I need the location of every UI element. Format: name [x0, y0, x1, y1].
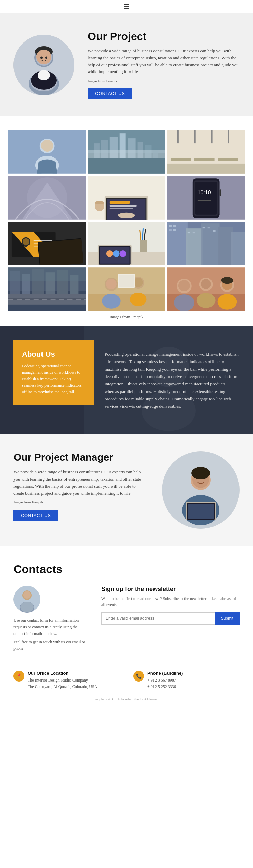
svg-point-108 [102, 294, 121, 309]
newsletter-submit-button[interactable]: Submit [215, 612, 240, 625]
svg-point-126 [221, 277, 233, 284]
manager-image [155, 451, 240, 529]
svg-rect-43 [110, 205, 137, 207]
svg-rect-90 [202, 227, 205, 228]
about-main-text: Podcasting operational change management… [105, 351, 240, 410]
svg-point-8 [45, 56, 47, 59]
svg-rect-25 [88, 150, 165, 158]
svg-rect-31 [211, 130, 212, 143]
hero-section: Our Project We provide a wide range of b… [0, 13, 253, 116]
svg-rect-89 [192, 232, 195, 233]
phone-content: Phone (Landline) + 912 3 567 8987 + 912 … [147, 671, 183, 690]
gallery-cell [167, 222, 245, 265]
freepik-link[interactable]: Freepik [106, 79, 117, 83]
contact-avatar [13, 586, 40, 613]
phone-title: Phone (Landline) [147, 671, 183, 676]
svg-rect-81 [201, 223, 219, 265]
gallery-cell [88, 176, 165, 220]
manager-title: Our Project Manager [13, 451, 142, 463]
hero-image [13, 35, 74, 95]
location-line2: The Courtyard, Al Quoz 1, Colorado, USA [28, 684, 97, 690]
svg-rect-32 [228, 130, 229, 143]
newsletter-title: Sign up for the newsletter [101, 586, 240, 593]
svg-rect-79 [167, 222, 188, 265]
svg-rect-53 [197, 198, 214, 198]
about-section: About Us Podcasting operational change m… [0, 326, 253, 434]
svg-text:10:10: 10:10 [197, 190, 211, 195]
svg-point-111 [130, 293, 147, 306]
about-left: About Us Podcasting operational change m… [0, 326, 94, 434]
svg-rect-88 [187, 232, 190, 233]
hamburger-icon[interactable]: ☰ [123, 3, 130, 11]
svg-rect-33 [171, 158, 191, 161]
svg-rect-92 [213, 230, 215, 232]
svg-point-6 [36, 50, 51, 64]
manager-content: Our Project Manager We provide a wide ra… [13, 451, 142, 521]
svg-point-109 [106, 279, 117, 289]
manager-section: Our Project Manager We provide a wide ra… [0, 434, 253, 546]
manager-photo [162, 451, 240, 529]
contacts-right: Sign up for the newsletter Want to be th… [101, 586, 240, 625]
svg-rect-85 [173, 225, 176, 227]
contacts-info: 📍 Our Office Location The Interior Desig… [13, 664, 240, 690]
svg-point-122 [201, 279, 211, 289]
about-box: About Us Podcasting operational change m… [13, 340, 94, 405]
svg-point-112 [134, 278, 143, 287]
svg-point-7 [40, 56, 43, 59]
svg-rect-80 [186, 228, 202, 265]
contact-phone: 📞 Phone (Landline) + 912 3 567 8987 + 91… [133, 671, 240, 690]
newsletter-email-input[interactable] [101, 612, 215, 625]
manager-image-credit: Image from Freepik [13, 500, 142, 504]
svg-rect-42 [110, 201, 130, 204]
location-icon: 📍 [13, 671, 24, 682]
svg-rect-29 [177, 130, 179, 143]
svg-rect-82 [218, 227, 233, 265]
manager-contact-button[interactable]: CONTACT US [13, 510, 58, 521]
manager-freepik-link[interactable]: Freepik [32, 500, 43, 504]
svg-rect-34 [194, 158, 214, 161]
gallery-cell [8, 130, 86, 174]
newsletter-form: Submit [101, 612, 240, 625]
gallery-cell [167, 267, 245, 311]
location-content: Our Office Location The Interior Design … [28, 671, 97, 690]
svg-point-119 [178, 280, 190, 291]
gallery-cell [88, 267, 165, 311]
hero-description: We provide a wide range of business cons… [88, 48, 240, 76]
sample-text: Sample text. Click to select the Text El… [13, 690, 240, 708]
gallery-cell [8, 222, 86, 265]
about-box-text: Podcasting operational change management… [22, 363, 86, 395]
phone-line1: + 912 3 567 8987 [147, 677, 183, 684]
about-right: Podcasting operational change management… [94, 326, 253, 434]
svg-rect-55 [219, 189, 221, 196]
svg-point-75 [106, 250, 113, 257]
contact-text-1: Use our contact form for all information… [13, 617, 88, 637]
gallery-cell [88, 130, 165, 174]
hero-contact-button[interactable]: CONTACT US [88, 88, 132, 99]
gallery-cell [167, 130, 245, 174]
gallery-cell: 10:10 [167, 176, 245, 220]
contacts-title: Contacts [13, 562, 240, 576]
svg-rect-138 [188, 504, 214, 519]
svg-rect-84 [169, 225, 172, 227]
svg-rect-106 [88, 294, 165, 311]
svg-point-14 [41, 140, 53, 152]
gallery-cell [88, 222, 165, 265]
newsletter-description: Want to be the first to read our news? S… [101, 596, 240, 608]
svg-point-46 [95, 201, 104, 204]
svg-rect-114 [119, 275, 134, 287]
gallery-freepik-link[interactable]: Freepik [131, 315, 144, 319]
svg-rect-68 [140, 240, 147, 252]
svg-point-76 [113, 250, 120, 257]
svg-point-47 [118, 213, 135, 218]
contact-location: 📍 Our Office Location The Interior Desig… [13, 671, 120, 690]
svg-rect-44 [110, 208, 133, 209]
gallery-section: 10:10 [0, 116, 253, 326]
svg-rect-30 [194, 130, 195, 143]
gallery-cell [8, 267, 86, 311]
svg-line-70 [143, 228, 143, 240]
svg-point-121 [196, 293, 215, 308]
svg-rect-104 [8, 267, 86, 281]
svg-rect-86 [169, 229, 172, 231]
svg-rect-83 [231, 232, 245, 265]
hero-content: Our Project We provide a wide range of b… [88, 30, 240, 99]
